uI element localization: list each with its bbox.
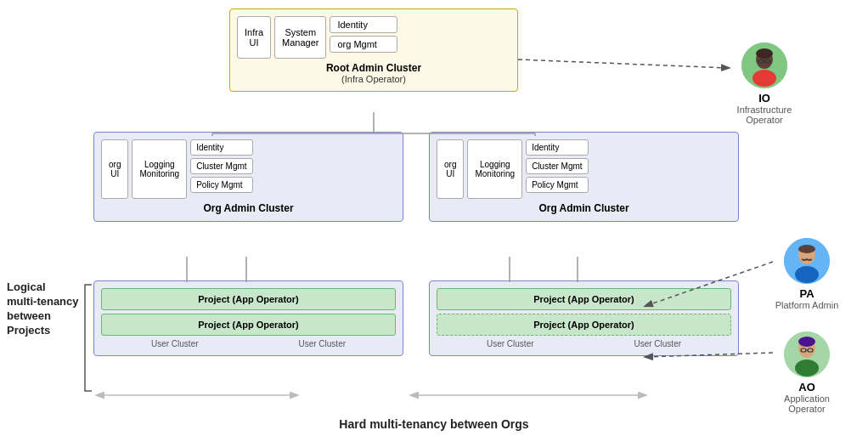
persona-pa: PA Platform Admin [773,238,841,310]
bracket-left [85,285,92,391]
left-label: Logical multi-tenancy between Projects [7,280,83,338]
policy-mgmt-left: Policy Mgmt [190,177,252,193]
svg-point-9 [798,245,815,253]
io-name: IO [730,92,798,105]
org-cluster-right: org UI Logging Monitoring Identity Clust… [429,132,739,222]
svg-point-10 [795,266,819,283]
root-cluster-subtitle: (Infra Operator) [237,74,510,84]
ao-name: AO [773,381,841,394]
pa-name: PA [773,287,841,300]
cluster-mgmt-left: Cluster Mgmt [190,158,252,174]
org-cluster-left: org UI Logging Monitoring Identity Clust… [93,132,403,222]
infra-ui-box: Infra UI [237,16,271,59]
right-stack: Identity Cluster Mgmt Policy Mgmt [526,139,588,199]
avatar-ao [784,331,830,377]
org-ui-left: org UI [101,139,128,199]
user-cluster-left-label2: User Cluster [298,339,346,348]
root-admin-cluster: Infra UI System Manager Identity org Mgm… [229,8,518,92]
user-cluster-left-footer: User Cluster User Cluster [101,339,396,348]
arrow-root-to-io [518,59,729,68]
user-cluster-left: Project (App Operator) Project (App Oper… [93,280,403,356]
cluster-mgmt-right: Cluster Mgmt [526,158,588,174]
root-cluster-title: Root Admin Cluster [237,62,510,74]
left-stack: Identity Cluster Mgmt Policy Mgmt [190,139,252,199]
bottom-label: Hard multi-tenancy between Orgs [339,417,528,431]
user-cluster-left-label1: User Cluster [151,339,199,348]
root-stack: Identity org Mgmt [330,16,397,59]
avatar-io [741,42,787,88]
org-clusters-row: org UI Logging Monitoring Identity Clust… [93,132,739,222]
project-right-1: Project (App Operator) [437,288,731,310]
persona-ao: AO Application Operator [773,331,841,414]
ao-role: Application Operator [773,394,841,414]
org-ui-right: org UI [437,139,464,199]
svg-point-2 [756,48,773,59]
avatar-pa [784,238,830,284]
pa-role: Platform Admin [773,300,841,310]
root-org-mgmt-box: org Mgmt [330,36,397,53]
io-role: Infrastructure Operator [730,105,798,125]
project-right-2: Project (App Operator) [437,314,731,336]
svg-point-3 [752,70,776,87]
user-cluster-right-footer: User Cluster User Cluster [437,339,731,348]
user-clusters-row: Project (App Operator) Project (App Oper… [93,280,739,356]
svg-point-13 [798,337,815,347]
user-cluster-right-label2: User Cluster [634,339,681,348]
identity-left: Identity [190,139,252,156]
org-cluster-left-title: Org Admin Cluster [101,202,396,214]
project-left-2: Project (App Operator) [101,314,396,336]
root-identity-box: Identity [330,16,397,33]
org-cluster-right-title: Org Admin Cluster [437,202,731,214]
project-left-1: Project (App Operator) [101,288,396,310]
logging-right: Logging Monitoring [467,139,522,199]
user-cluster-right-label1: User Cluster [487,339,534,348]
persona-io: IO Infrastructure Operator [730,42,798,125]
svg-point-17 [795,360,819,377]
identity-right: Identity [526,139,588,156]
system-manager-box: System Manager [274,16,326,59]
diagram-container: Infra UI System Manager Identity org Mgm… [0,0,868,436]
user-cluster-right: Project (App Operator) Project (App Oper… [429,280,739,356]
policy-mgmt-right: Policy Mgmt [526,177,588,193]
logging-left: Logging Monitoring [132,139,187,199]
